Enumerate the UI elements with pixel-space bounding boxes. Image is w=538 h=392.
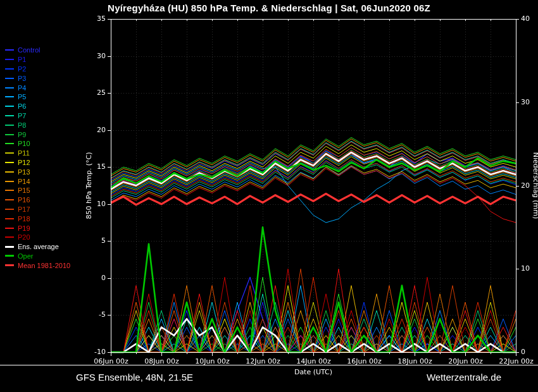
site-credit-label: Wetterzentrale.de [427, 372, 501, 383]
page-title: Nyíregyháza (HU) 850 hPa Temp. & Nieders… [0, 3, 538, 13]
model-info-label: GFS Ensemble, 48N, 21.5E [76, 372, 193, 383]
meteogram-canvas [0, 0, 538, 392]
meteogram-page: Nyíregyháza (HU) 850 hPa Temp. & Nieders… [0, 0, 538, 392]
